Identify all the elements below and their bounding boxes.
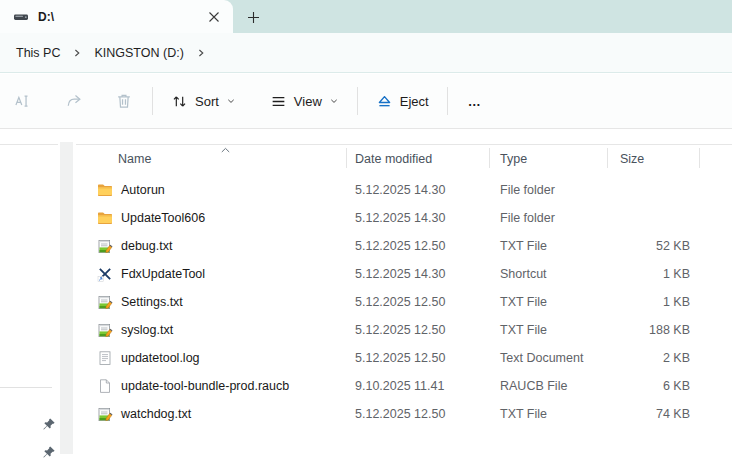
txt-icon [97, 238, 113, 254]
tab-drive-d[interactable]: D:\ [0, 0, 233, 33]
view-icon [270, 93, 287, 110]
date-modified: 5.12.2025 14.30 [347, 211, 490, 225]
txt-icon [97, 406, 113, 422]
date-modified: 5.12.2025 12.50 [347, 351, 490, 365]
column-header-size[interactable]: Size [608, 145, 700, 172]
file-name: Autorun [121, 183, 165, 197]
table-row-watchdog.txt[interactable]: watchdog.txt 5.12.2025 12.50 TXT File 74… [84, 400, 732, 428]
eject-label: Eject [400, 94, 429, 109]
pin-icon [42, 445, 56, 459]
close-icon[interactable] [203, 6, 225, 28]
log-icon [97, 350, 113, 366]
txt-icon [97, 322, 113, 338]
trash-icon[interactable] [104, 83, 144, 119]
file-name: debug.txt [121, 239, 172, 253]
file-type: TXT File [490, 323, 608, 337]
sort-label: Sort [195, 94, 219, 109]
file-name: updatetool.log [121, 351, 200, 365]
txt-icon [97, 294, 113, 310]
shortcut-icon [97, 266, 113, 282]
sort-ascending-icon [220, 140, 231, 158]
tab-title: D:\ [38, 10, 203, 24]
file-size: 1 KB [608, 295, 700, 309]
raucb-icon [97, 378, 113, 394]
file-size: 2 KB [608, 351, 700, 365]
file-explorer-window: D:\ This PC KINGSTON (D:) [0, 0, 732, 463]
file-name: syslog.txt [121, 323, 173, 337]
sort-button[interactable]: Sort [161, 83, 246, 119]
file-size: 52 KB [608, 239, 700, 253]
table-row-FdxUpdateTool[interactable]: FdxUpdateTool 5.12.2025 14.30 Shortcut 1… [84, 260, 732, 288]
pin-icon [42, 417, 56, 431]
chevron-right-icon[interactable] [72, 48, 82, 58]
nav-scrollbar[interactable] [60, 142, 73, 454]
date-modified: 5.12.2025 12.50 [347, 323, 490, 337]
file-type: File folder [490, 211, 608, 225]
eject-icon [376, 93, 393, 110]
rename-icon[interactable] [2, 83, 42, 119]
column-header-name[interactable]: Name [84, 145, 347, 172]
view-label: View [294, 94, 322, 109]
column-divider[interactable] [346, 148, 347, 168]
see-more-button[interactable]: … [456, 83, 494, 119]
file-name: UpdateTool606 [121, 211, 205, 225]
date-modified: 5.12.2025 12.50 [347, 239, 490, 253]
chevron-right-icon[interactable] [196, 48, 206, 58]
content-area: Name Date modified Type Size Autorun 5.1… [0, 130, 732, 463]
table-row-Settings.txt[interactable]: Settings.txt 5.12.2025 12.50 TXT File 1 … [84, 288, 732, 316]
file-size: 1 KB [608, 267, 700, 281]
file-size: 6 KB [608, 379, 700, 393]
file-type: Text Document [490, 351, 608, 365]
breadcrumb-this-pc[interactable]: This PC [14, 42, 62, 64]
breadcrumb-kingston-d[interactable]: KINGSTON (D:) [92, 42, 185, 64]
file-name: update-tool-bundle-prod.raucb [121, 379, 289, 393]
table-row-syslog.txt[interactable]: syslog.txt 5.12.2025 12.50 TXT File 188 … [84, 316, 732, 344]
column-header-date-modified[interactable]: Date modified [347, 145, 490, 172]
file-name: FdxUpdateTool [121, 267, 205, 281]
divider [0, 387, 52, 388]
file-size: 188 KB [608, 323, 700, 337]
file-type: TXT File [490, 407, 608, 421]
view-button[interactable]: View [260, 83, 349, 119]
file-type: File folder [490, 183, 608, 197]
file-type: Shortcut [490, 267, 608, 281]
table-row-updatetool.log[interactable]: updatetool.log 5.12.2025 12.50 Text Docu… [84, 344, 732, 372]
file-name: watchdog.txt [121, 407, 191, 421]
command-toolbar: Sort View Eject [0, 74, 732, 129]
file-list: Name Date modified Type Size Autorun 5.1… [84, 145, 732, 428]
date-modified: 5.12.2025 14.30 [347, 267, 490, 281]
toolbar-divider [152, 87, 153, 115]
column-header-type[interactable]: Type [490, 145, 608, 172]
column-divider[interactable] [489, 148, 490, 168]
breadcrumb: This PC KINGSTON (D:) [14, 33, 216, 73]
date-modified: 5.12.2025 12.50 [347, 407, 490, 421]
divider [0, 144, 58, 145]
folder-icon [97, 210, 113, 226]
table-row-UpdateTool606[interactable]: UpdateTool606 5.12.2025 14.30 File folde… [84, 204, 732, 232]
table-row-update-tool-bundle-prod.raucb[interactable]: update-tool-bundle-prod.raucb 9.10.2025 … [84, 372, 732, 400]
column-divider[interactable] [699, 148, 700, 168]
column-divider[interactable] [607, 148, 608, 168]
file-type: TXT File [490, 295, 608, 309]
list-header: Name Date modified Type Size [84, 145, 732, 172]
plus-icon[interactable] [240, 4, 266, 30]
file-type: TXT File [490, 239, 608, 253]
file-name: Settings.txt [121, 295, 183, 309]
chevron-down-icon [329, 96, 339, 106]
folder-icon [97, 182, 113, 198]
tab-bar: D:\ [0, 0, 732, 33]
file-size: 74 KB [608, 407, 700, 421]
navigation-pane [0, 130, 76, 463]
date-modified: 9.10.2025 11.41 [347, 379, 490, 393]
toolbar-divider [447, 87, 448, 115]
drive-icon [13, 9, 29, 25]
eject-button[interactable]: Eject [366, 83, 439, 119]
sort-icon [171, 93, 188, 110]
table-row-Autorun[interactable]: Autorun 5.12.2025 14.30 File folder [84, 176, 732, 204]
table-row-debug.txt[interactable]: debug.txt 5.12.2025 12.50 TXT File 52 KB [84, 232, 732, 260]
share-icon[interactable] [54, 83, 94, 119]
ellipsis-icon: … [468, 94, 482, 109]
toolbar-divider [357, 87, 358, 115]
file-type: RAUCB File [490, 379, 608, 393]
file-rows: Autorun 5.12.2025 14.30 File folder Upda… [84, 176, 732, 428]
